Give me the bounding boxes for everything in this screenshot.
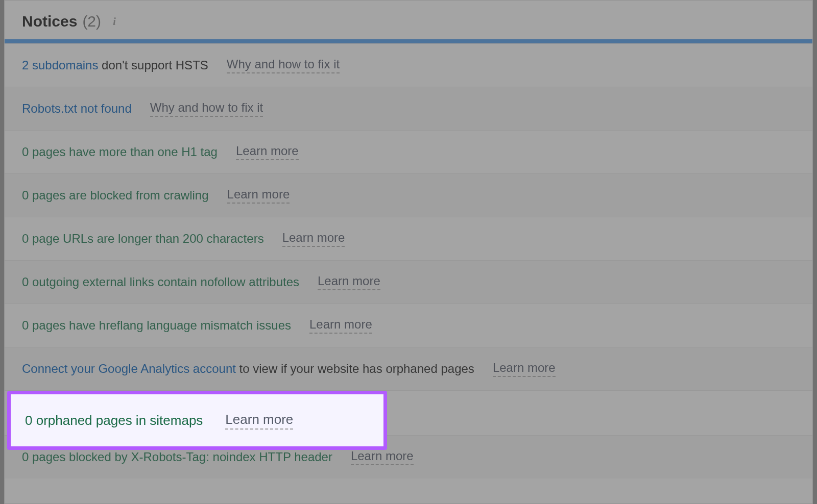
learn-more-link[interactable]: Learn more <box>318 274 380 290</box>
notice-message: Connect your Google Analytics account to… <box>22 362 474 376</box>
notice-row-h1: 0 pages have more than one H1 tag Learn … <box>5 130 812 173</box>
notice-row-ga-connect: Connect your Google Analytics account to… <box>5 347 812 390</box>
learn-more-link[interactable]: Learn more <box>493 361 556 377</box>
robots-link[interactable]: Robots.txt not found <box>22 102 132 116</box>
notice-text: 0 pages have more than one H1 tag <box>22 145 218 159</box>
notice-row-blocked-crawl: 0 pages are blocked from crawling Learn … <box>5 173 812 217</box>
notice-message: 2 subdomains don't support HSTS <box>22 58 208 72</box>
learn-more-link[interactable]: Learn more <box>282 231 345 247</box>
header-count: (2) <box>82 13 101 30</box>
notice-row-robots: Robots.txt not found Why and how to fix … <box>5 87 812 130</box>
notice-row-hreflang: 0 pages have hreflang language mismatch … <box>5 304 812 347</box>
notice-text: 0 outgoing external links contain nofoll… <box>22 275 299 289</box>
accent-bar <box>5 39 812 43</box>
subdomains-link[interactable]: 2 subdomains <box>22 58 98 72</box>
learn-more-link[interactable]: Learn more <box>236 144 299 160</box>
notice-text: to view if your website has orphaned pag… <box>236 362 474 375</box>
why-fix-link[interactable]: Why and how to fix it <box>150 100 263 117</box>
learn-more-link[interactable]: Learn more <box>309 317 372 334</box>
notice-text: 0 pages blocked by X-Robots-Tag: noindex… <box>22 450 332 464</box>
notice-text: don't support HSTS <box>98 58 208 72</box>
panel-header: Notices (2) i <box>5 1 812 39</box>
notice-row-nofollow: 0 outgoing external links contain nofoll… <box>5 260 812 304</box>
notice-text: 0 pages are blocked from crawling <box>22 188 209 203</box>
notice-row-hsts: 2 subdomains don't support HSTS Why and … <box>5 43 812 87</box>
why-fix-link[interactable]: Why and how to fix it <box>227 57 340 73</box>
highlighted-notice-orphaned: 0 orphaned pages in sitemaps Learn more <box>7 391 387 450</box>
ga-connect-link[interactable]: Connect your Google Analytics account <box>22 362 236 375</box>
learn-more-link[interactable]: Learn more <box>225 412 293 430</box>
header-title: Notices <box>22 13 77 30</box>
notice-text: 0 page URLs are longer than 200 characte… <box>22 232 264 246</box>
notice-row-long-urls: 0 page URLs are longer than 200 characte… <box>5 217 812 260</box>
notice-text: 0 pages have hreflang language mismatch … <box>22 318 291 333</box>
learn-more-link[interactable]: Learn more <box>227 187 290 204</box>
info-icon[interactable]: i <box>109 16 119 27</box>
notice-text: 0 orphaned pages in sitemaps <box>25 413 203 429</box>
learn-more-link[interactable]: Learn more <box>351 449 414 465</box>
